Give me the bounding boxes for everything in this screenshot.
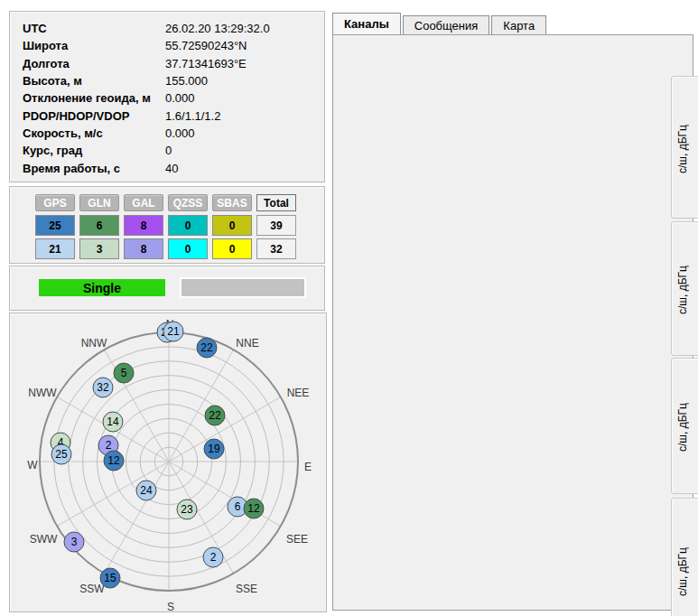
satellite-id: 22 (209, 409, 221, 422)
satellite-id: 32 (97, 381, 109, 394)
total-header: Total (256, 194, 296, 211)
satellite-id: 19 (208, 443, 220, 455)
chart-title: SBAS (672, 504, 698, 518)
y-tick-label: 50 (692, 256, 698, 266)
receiver-status-panel: UTC26.02.20 13:29:32.0Широта55.72590243°… (9, 11, 325, 182)
y-tick-label: 0 (692, 330, 698, 341)
solution-mode-button[interactable]: Single (39, 279, 165, 296)
satellite-id: 2 (106, 439, 112, 452)
status-value: 40 (165, 162, 178, 175)
satellite-id: 15 (104, 572, 116, 584)
satellite-count-cell: 25 (35, 215, 75, 236)
y-tick-label: 60 (692, 240, 698, 251)
y-tick-label: 40 (692, 270, 698, 281)
status-label: Отклонение геоида, м (10, 91, 165, 105)
y-tick-label: 60 (692, 517, 698, 527)
constellation-count-panel: GPSGLNGALQZSSSBASTotal2568003921380032 (9, 186, 325, 264)
y-tick-label: 10 (692, 315, 698, 326)
satellite-id: 5 (121, 367, 127, 379)
y-axis-label: с/ш, дБГц (675, 246, 690, 335)
status-label: PDOP/HDOP/VDOP (10, 109, 165, 123)
chart-glonass: GLONASS с/ш, дБГц 0102030405060 14221252… (671, 221, 698, 356)
chart-title: GPS (672, 82, 698, 96)
status-value: 1.6/1.1/1.2 (165, 109, 220, 123)
status-label: UTC (10, 22, 165, 35)
compass-label-sww: SWW (30, 533, 58, 546)
constellation-button-gln[interactable]: GLN (79, 194, 119, 211)
satellite-id: 14 (107, 415, 119, 428)
compass-label-ssw: SSW (79, 583, 105, 595)
satellite-count-cell: 8 (124, 215, 163, 236)
y-tick-label: 20 (692, 300, 698, 311)
constellation-button-gps[interactable]: GPS (35, 194, 75, 211)
constellation-button-gal[interactable]: GAL (124, 194, 163, 211)
satellite-count-cell: 6 (79, 215, 119, 236)
tab-каналы[interactable]: Каналы (332, 13, 401, 34)
status-row: Курс, град0 (10, 142, 324, 159)
status-label: Время работы, с (10, 162, 165, 175)
status-row: Высота, м155.000 (10, 72, 324, 89)
skyplot-panel: NNNENEEESEESSESSSWSWWWNWWNNW282122532142… (9, 313, 327, 612)
compass-label-nne: NNE (236, 337, 258, 350)
compass-label-see: SEE (286, 533, 308, 546)
status-row: Долгота37.71341693°E (10, 55, 324, 72)
compass-label-s: S (167, 601, 174, 611)
status-value: 155.000 (165, 74, 208, 88)
y-axis: 0102030405060 (692, 522, 698, 616)
compass-label-nnw: NNW (81, 337, 107, 350)
y-tick-label: 30 (692, 566, 698, 577)
y-tick-label: 60 (692, 95, 698, 106)
y-tick-label: 20 (692, 437, 698, 448)
satellite-count-cell: 0 (212, 238, 252, 259)
satellite-count-cell: 3 (79, 238, 119, 259)
y-tick-label: 20 (692, 160, 698, 171)
status-row: Скорость, м/с0.000 (10, 125, 324, 142)
satellite-count-cell: 8 (124, 238, 163, 259)
solution-mode-indicator (180, 277, 306, 298)
compass-label-e: E (304, 461, 312, 473)
constellation-button-sbas[interactable]: SBAS (212, 194, 252, 211)
status-row: Время работы, с40 (10, 159, 324, 176)
y-tick-label: 0 (692, 468, 698, 479)
y-tick-label: 50 (692, 111, 698, 122)
y-tick-label: 20 (692, 583, 698, 593)
tab-карта[interactable]: Карта (491, 15, 546, 34)
skyplot-svg: NNNENEEESEESSESSSWSWWWNWWNNW282122532142… (10, 313, 326, 611)
y-axis: 0102030405060 (692, 100, 698, 198)
chart-title: GLONASS (672, 228, 698, 241)
y-axis-label: с/ш, дБГц (675, 382, 690, 473)
y-tick-label: 40 (692, 407, 698, 418)
y-tick-label: 0 (692, 192, 698, 203)
y-tick-label: 50 (692, 533, 698, 544)
status-value: 0.000 (165, 91, 195, 105)
total-count-cell: 39 (256, 215, 296, 236)
satellite-count-cell: 0 (168, 238, 208, 259)
satellite-id: 3 (71, 536, 78, 548)
tab-bar: КаналыСообщенияКарта (332, 13, 548, 34)
y-axis: 0102030405060 (692, 246, 698, 335)
constellation-header-row: GPSGLNGALQZSSSBASTotal (35, 194, 301, 211)
satellite-count-cell: 21 (35, 238, 75, 259)
constellation-count-row: 21380032 (35, 238, 301, 259)
tab-сообщения[interactable]: Сообщения (403, 15, 490, 34)
satellite-id: 25 (55, 448, 68, 461)
status-label: Долгота (10, 57, 165, 70)
status-value: 0.000 (165, 126, 195, 140)
y-tick-label: 40 (692, 127, 698, 138)
status-value: 26.02.20 13:29:32.0 (165, 22, 270, 35)
tab-page-channels: GPS с/ш, дБГц 0102030405060 261215192224… (332, 34, 693, 611)
status-value: 0 (165, 144, 172, 157)
status-value: 55.72590243°N (165, 39, 247, 52)
satellite-id: 22 (200, 341, 213, 354)
compass-label-sse: SSE (236, 583, 257, 595)
chart-gps: GPS с/ш, дБГц 0102030405060 261215192224… (671, 76, 698, 219)
status-row: Широта55.72590243°N (10, 37, 324, 54)
compass-label-nww: NWW (28, 387, 57, 399)
status-row: Отклонение геоида, м0.000 (10, 89, 324, 107)
satellite-id: 12 (107, 454, 120, 467)
satellite-id: 6 (235, 500, 241, 513)
constellation-button-qzss[interactable]: QZSS (168, 194, 208, 211)
y-tick-label: 10 (692, 600, 698, 611)
y-axis-label: с/ш, дБГц (675, 522, 690, 616)
total-count-cell: 32 (256, 238, 296, 259)
